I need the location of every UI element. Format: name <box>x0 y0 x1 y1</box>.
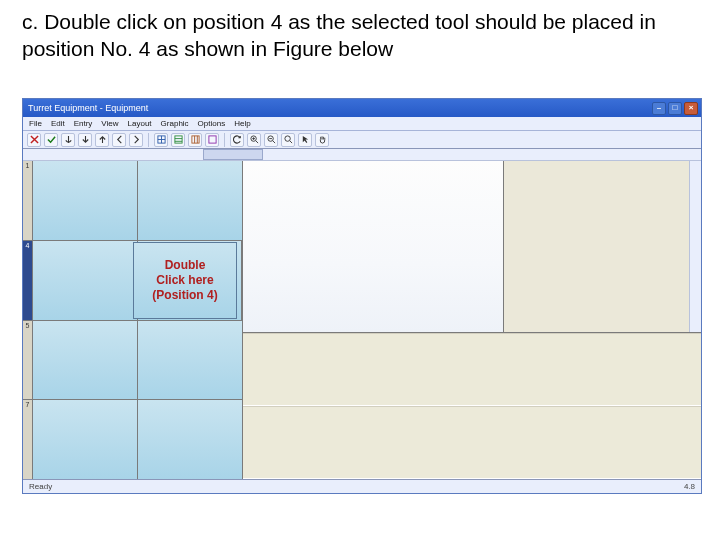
statusbar: Ready 4.8 <box>23 479 701 493</box>
menu-entry[interactable]: Entry <box>74 119 93 128</box>
menu-options[interactable]: Options <box>198 119 226 128</box>
close-icon: × <box>689 104 694 112</box>
refresh-icon[interactable] <box>230 133 244 147</box>
callout-line: (Position 4) <box>152 288 217 302</box>
svg-line-18 <box>289 141 291 143</box>
grid-cell[interactable] <box>138 161 242 240</box>
close-icon[interactable] <box>27 133 41 147</box>
grid1-icon[interactable] <box>154 133 168 147</box>
grid3-icon[interactable] <box>188 133 202 147</box>
grid-cell[interactable] <box>138 321 242 400</box>
menu-file[interactable]: File <box>29 119 42 128</box>
info-row <box>243 333 701 406</box>
grid-cell[interactable] <box>33 241 138 320</box>
maximize-icon: □ <box>673 104 678 112</box>
right-pane <box>243 161 701 479</box>
grid-cell[interactable] <box>33 161 138 240</box>
maximize-button[interactable]: □ <box>668 102 682 115</box>
status-right: 4.8 <box>684 482 695 491</box>
row-number: 5 <box>23 321 33 400</box>
grid-cell[interactable] <box>138 400 242 479</box>
status-left: Ready <box>29 482 52 491</box>
drawing-canvas[interactable] <box>243 161 504 332</box>
grid4-icon[interactable] <box>205 133 219 147</box>
close-window-button[interactable]: × <box>684 102 698 115</box>
toolbar-separator <box>148 133 149 147</box>
up-arrow-icon[interactable] <box>95 133 109 147</box>
menu-edit[interactable]: Edit <box>51 119 65 128</box>
row-number: 4 <box>23 241 33 320</box>
down-arrow-icon[interactable] <box>78 133 92 147</box>
canvas-area <box>243 161 701 333</box>
zoom-out-icon[interactable] <box>264 133 278 147</box>
menubar: File Edit Entry View Layout Graphic Opti… <box>23 117 701 131</box>
toolbar <box>23 131 701 149</box>
page: c. Double click on position 4 as the sel… <box>0 0 720 540</box>
hand-icon[interactable] <box>315 133 329 147</box>
workspace: 1 4 Double Click here (Position 4) <box>23 161 701 479</box>
menu-view[interactable]: View <box>101 119 118 128</box>
zoom-in-icon[interactable] <box>247 133 261 147</box>
window-title: Turret Equipment - Equipment <box>26 103 148 113</box>
svg-rect-6 <box>191 136 198 143</box>
side-panel <box>504 161 701 332</box>
app-screenshot: Turret Equipment - Equipment – □ × File … <box>22 98 702 494</box>
minimize-icon: – <box>657 104 661 112</box>
svg-rect-9 <box>208 136 215 143</box>
svg-point-17 <box>284 136 289 141</box>
instruction-text: c. Double click on position 4 as the sel… <box>0 0 720 73</box>
anchor-icon[interactable] <box>61 133 75 147</box>
callout-line: Click here <box>156 273 213 287</box>
info-rows <box>243 333 701 479</box>
position-row-4[interactable]: 4 Double Click here (Position 4) <box>23 241 242 321</box>
callout-text: Double Click here (Position 4) <box>150 256 219 305</box>
window-controls: – □ × <box>652 102 698 115</box>
vertical-scrollbar[interactable] <box>689 161 701 332</box>
position-grid: 1 4 Double Click here (Position 4) <box>23 161 243 479</box>
toolbar-separator <box>224 133 225 147</box>
horizontal-scrollbar[interactable] <box>23 149 701 161</box>
svg-line-15 <box>272 141 274 143</box>
check-icon[interactable] <box>44 133 58 147</box>
right-icon[interactable] <box>129 133 143 147</box>
left-icon[interactable] <box>112 133 126 147</box>
scroll-track <box>23 149 701 160</box>
menu-layout[interactable]: Layout <box>128 119 152 128</box>
position-row-5[interactable]: 5 <box>23 321 242 401</box>
svg-line-11 <box>255 141 257 143</box>
position-row-1[interactable]: 1 <box>23 161 242 241</box>
grid-cell[interactable] <box>33 400 138 479</box>
svg-rect-3 <box>174 136 181 143</box>
callout-line: Double <box>165 258 206 272</box>
menu-graphic[interactable]: Graphic <box>161 119 189 128</box>
fit-icon[interactable] <box>281 133 295 147</box>
row-number: 1 <box>23 161 33 240</box>
instruction-callout: Double Click here (Position 4) <box>133 242 237 319</box>
minimize-button[interactable]: – <box>652 102 666 115</box>
scroll-thumb[interactable] <box>203 149 263 160</box>
position-row-7[interactable]: 7 <box>23 400 242 479</box>
row-number: 7 <box>23 400 33 479</box>
grid2-icon[interactable] <box>171 133 185 147</box>
titlebar: Turret Equipment - Equipment – □ × <box>23 99 701 117</box>
menu-help[interactable]: Help <box>234 119 250 128</box>
select-icon[interactable] <box>298 133 312 147</box>
app-window: Turret Equipment - Equipment – □ × File … <box>22 98 702 494</box>
info-row <box>243 406 701 479</box>
grid-cell[interactable] <box>33 321 138 400</box>
